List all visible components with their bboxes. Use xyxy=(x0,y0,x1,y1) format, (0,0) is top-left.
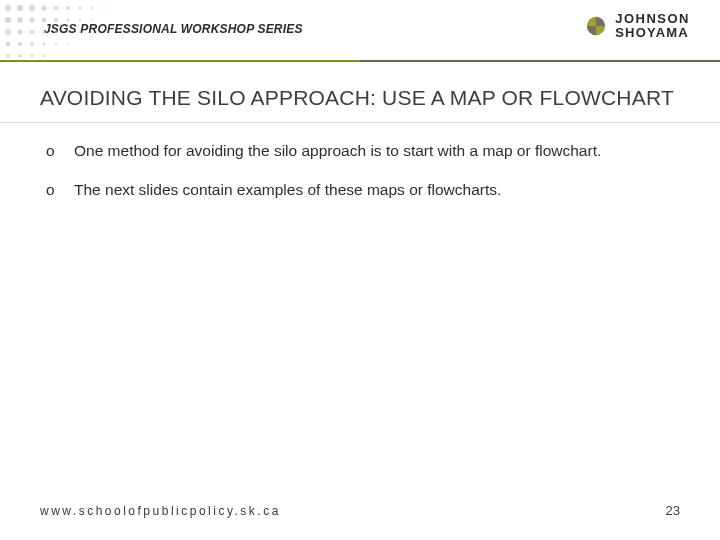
svg-point-5 xyxy=(66,6,70,10)
svg-point-29 xyxy=(67,43,69,45)
svg-point-14 xyxy=(67,19,70,22)
svg-point-32 xyxy=(31,55,34,58)
slide-footer: www.schoolofpublicpolicy.sk.ca 23 xyxy=(40,503,680,518)
svg-point-7 xyxy=(91,7,93,9)
bullet-marker: o xyxy=(46,141,60,162)
svg-point-28 xyxy=(55,43,57,45)
slide-title: AVOIDING THE SILO APPROACH: USE A MAP OR… xyxy=(40,86,680,110)
bullet-text: The next slides contain examples of thes… xyxy=(74,180,501,201)
logo-line2: SHOYAMA xyxy=(615,26,690,40)
svg-point-18 xyxy=(18,30,23,35)
list-item: o The next slides contain examples of th… xyxy=(46,180,674,201)
pinwheel-icon xyxy=(585,15,607,37)
svg-point-6 xyxy=(79,7,82,10)
slide-header: JSGS PROFESSIONAL WORKSHOP SERIES JOHNSO… xyxy=(0,0,720,60)
svg-point-21 xyxy=(55,31,58,34)
bullet-marker: o xyxy=(46,180,60,201)
svg-point-1 xyxy=(17,5,23,11)
svg-point-31 xyxy=(18,54,21,57)
bullet-text: One method for avoiding the silo approac… xyxy=(74,141,601,162)
svg-point-0 xyxy=(5,5,11,11)
svg-point-9 xyxy=(5,17,11,23)
svg-point-13 xyxy=(54,18,58,22)
logo-line1: JOHNSON xyxy=(615,12,690,26)
page-number: 23 xyxy=(666,503,680,518)
svg-point-20 xyxy=(42,30,46,34)
svg-point-33 xyxy=(43,55,45,57)
svg-point-25 xyxy=(18,42,22,46)
svg-point-10 xyxy=(17,17,23,23)
svg-point-27 xyxy=(43,43,46,46)
svg-point-19 xyxy=(30,30,34,34)
svg-point-16 xyxy=(91,19,93,21)
org-logo-text: JOHNSON SHOYAMA xyxy=(615,12,690,39)
svg-point-30 xyxy=(6,54,10,58)
svg-point-17 xyxy=(5,29,11,35)
title-underline xyxy=(0,122,720,123)
svg-point-15 xyxy=(79,19,81,21)
footer-url: www.schoolofpublicpolicy.sk.ca xyxy=(40,504,281,518)
svg-point-26 xyxy=(30,42,34,46)
svg-point-24 xyxy=(6,42,11,47)
bullet-list: o One method for avoiding the silo appro… xyxy=(0,127,720,201)
divider-accent-right xyxy=(360,60,720,62)
svg-point-12 xyxy=(42,18,46,22)
svg-point-3 xyxy=(41,5,46,10)
org-logo: JOHNSON SHOYAMA xyxy=(585,12,690,39)
svg-point-11 xyxy=(30,18,35,23)
svg-point-2 xyxy=(29,5,35,11)
list-item: o One method for avoiding the silo appro… xyxy=(46,141,674,162)
svg-point-4 xyxy=(54,6,58,10)
svg-point-8 xyxy=(103,7,105,9)
svg-point-34 xyxy=(55,55,56,56)
svg-point-22 xyxy=(67,31,69,33)
decorative-dot-pattern xyxy=(0,0,130,68)
svg-point-23 xyxy=(79,31,81,33)
